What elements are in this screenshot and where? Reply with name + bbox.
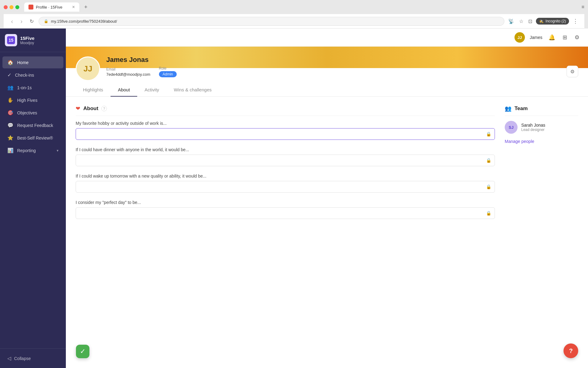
profile-avatar-initials: JJ (84, 64, 92, 74)
split-view-icon[interactable]: ⊡ (527, 17, 533, 25)
sidebar-item-checkins[interactable]: ✓ Check-ins (2, 69, 63, 81)
1on1s-icon: 👥 (7, 85, 13, 90)
sidebar-item-objectives[interactable]: 🎯 Objectives (2, 107, 63, 119)
sidebar-highfives-label: High Fives (17, 98, 37, 103)
checkins-icon: ✓ (7, 72, 11, 78)
q4-input[interactable] (76, 207, 495, 219)
notification-bell-icon[interactable]: 🔔 (547, 33, 556, 42)
highfives-icon: ✋ (7, 97, 13, 103)
incognito-icon: 🕵️ (539, 19, 544, 23)
profile-info: James Jonas Email 7ede4ddf@moodjoy.com R… (106, 56, 567, 81)
sidebar-item-1on1s[interactable]: 👥 1-on-1s (2, 82, 63, 94)
role-badge-text: Admin (163, 72, 173, 76)
sidebar-checkins-label: Check-ins (15, 73, 34, 78)
q3-lock-icon: 🔒 (486, 184, 491, 189)
reporting-arrow-icon: ▾ (57, 148, 58, 153)
team-section-title: Team (514, 105, 528, 112)
profile-settings-button[interactable]: ⚙ (567, 66, 578, 77)
member-role: Lead designer (521, 128, 545, 132)
traffic-light-green[interactable] (15, 5, 19, 9)
member-initials: SJ (509, 125, 514, 130)
profile-tabs: Highlights About Activity Wins & challen… (66, 83, 588, 97)
q2-input[interactable] (76, 155, 495, 166)
sidebar-item-bestself[interactable]: ⭐ Best-Self Review® (2, 132, 63, 144)
traffic-light-red[interactable] (4, 5, 8, 9)
sidebar-bestself-label: Best-Self Review® (17, 136, 53, 140)
tab-highlights[interactable]: Highlights (76, 83, 111, 97)
about-section-header: ❤ About ? (76, 105, 495, 116)
sidebar-1on1s-label: 1-on-1s (17, 85, 32, 90)
team-section-header: 👥 Team (505, 105, 578, 116)
sidebar-logo: 15 15Five Moodjoy (0, 29, 66, 52)
browser-tab[interactable]: Profile · 15Five ✕ (24, 2, 79, 12)
cast-icon[interactable]: 📡 (507, 17, 515, 25)
back-button[interactable]: ‹ (9, 17, 16, 25)
sidebar-objectives-label: Objectives (17, 110, 37, 115)
sidebar-item-reporting[interactable]: 📊 Reporting ▾ (2, 144, 63, 156)
form-group-q3: If I could wake up tomorrow with a new q… (76, 174, 495, 193)
reporting-icon: 📊 (7, 148, 13, 153)
role-label: Role (159, 66, 177, 71)
sidebar-panel: 👥 Team SJ Sarah Jonas Lead designer Mana… (505, 105, 578, 359)
sidebar-footer: ◁ Collapse (0, 348, 66, 368)
member-avatar-sj: SJ (505, 121, 518, 134)
header-avatar[interactable]: JJ (514, 32, 525, 43)
q2-lock-icon: 🔒 (486, 158, 491, 163)
traffic-light-yellow[interactable] (9, 5, 13, 9)
tab-close-icon[interactable]: ✕ (72, 5, 75, 9)
q4-lock-icon: 🔒 (486, 211, 491, 216)
manage-people-link[interactable]: Manage people (505, 139, 534, 144)
tab-activity[interactable]: Activity (137, 83, 167, 97)
member-name: Sarah Jonas (521, 123, 545, 128)
team-people-icon: 👥 (505, 105, 511, 112)
profile-role-group: Role Admin (159, 66, 177, 77)
help-fab[interactable]: ? (564, 343, 578, 358)
about-section-title: About (83, 105, 98, 112)
top-header: JJ James 🔔 ⊞ ⚙ (66, 29, 588, 47)
profile-settings-gear-icon: ⚙ (570, 69, 575, 75)
sidebar-item-home[interactable]: 🏠 Home (2, 56, 63, 68)
sidebar-collapse-button[interactable]: ◁ Collapse (2, 352, 63, 364)
tab-wins-challenges[interactable]: Wins & challenges (167, 83, 219, 97)
form-group-q4: I consider my "perfect day" to be... 🔒 (76, 200, 495, 219)
email-value: 7ede4ddf@moodjoy.com (106, 72, 150, 77)
sidebar-requestfeedback-label: Request Feedback (17, 123, 53, 128)
header-avatar-initials: JJ (518, 35, 522, 40)
menu-icon[interactable]: ≡ (582, 4, 584, 10)
settings-icon[interactable]: ⚙ (573, 33, 581, 42)
logo-icon: 15 (5, 34, 17, 46)
check-badge[interactable]: ✓ (76, 345, 89, 358)
sidebar-item-highfives[interactable]: ✋ High Fives (2, 94, 63, 106)
sidebar-item-requestfeedback[interactable]: 💬 Request Feedback (2, 119, 63, 131)
main-content: JJ James 🔔 ⊞ ⚙ JJ James Jonas Email 7ede… (66, 29, 588, 368)
app-name: 15Five (20, 36, 35, 41)
nav-bar: ‹ › ↻ 🔒 my.15five.com/profile/7502439/ab… (4, 14, 584, 29)
incognito-label: Incognito (2) (545, 19, 566, 23)
q1-input[interactable] (76, 128, 495, 140)
sidebar-home-label: Home (17, 60, 28, 65)
new-tab-button[interactable]: + (82, 3, 90, 12)
email-label: Email (106, 67, 150, 71)
requestfeedback-icon: 💬 (7, 122, 13, 128)
role-badge: Admin (159, 71, 177, 77)
profile-email-group: Email 7ede4ddf@moodjoy.com (106, 67, 150, 77)
tab-favicon (28, 5, 33, 10)
q2-label: If I could have dinner with anyone in th… (76, 147, 495, 152)
tab-title: Profile · 15Five (36, 5, 62, 10)
refresh-button[interactable]: ↻ (27, 18, 36, 25)
browser-menu-button[interactable]: ⋮ (571, 17, 579, 26)
home-icon: 🏠 (7, 59, 13, 65)
app-sub: Moodjoy (20, 41, 35, 45)
header-right: JJ James 🔔 ⊞ ⚙ (514, 32, 581, 43)
address-bar[interactable]: 🔒 my.15five.com/profile/7502439/about/ (39, 17, 504, 26)
forward-button[interactable]: › (18, 17, 25, 25)
main-panel: ❤ About ? My favorite hobby or activity … (76, 105, 495, 359)
grid-view-icon[interactable]: ⊞ (561, 33, 568, 42)
bookmark-icon[interactable]: ☆ (518, 17, 525, 25)
q3-input[interactable] (76, 181, 495, 193)
help-question-icon: ? (569, 347, 573, 355)
bestself-icon: ⭐ (7, 135, 13, 141)
about-help-icon[interactable]: ? (101, 106, 107, 111)
tab-about[interactable]: About (111, 83, 137, 97)
sidebar: 15 15Five Moodjoy 🏠 Home ✓ Check-ins 👥 1… (0, 29, 66, 368)
